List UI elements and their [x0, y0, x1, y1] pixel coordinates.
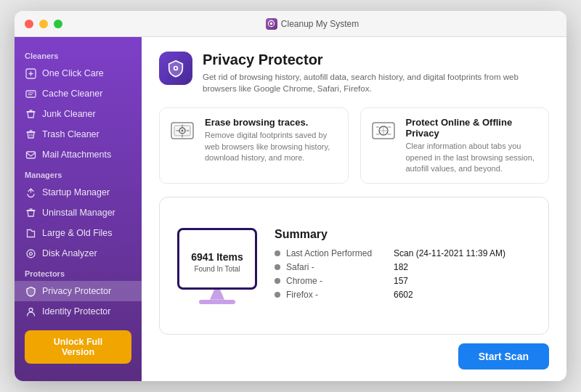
- page-title: Privacy Protector: [203, 52, 537, 68]
- sidebar-section-protectors: Protectors: [15, 264, 142, 281]
- protect-privacy-text: Protect Online & Offline Privacy Clear i…: [406, 117, 540, 174]
- start-scan-row: Start Scan: [159, 343, 549, 369]
- sidebar-label-one-click-care: One Click Care: [42, 68, 104, 78]
- sidebar-item-junk-cleaner[interactable]: Junk Cleaner: [15, 104, 142, 124]
- protect-privacy-icon: [370, 117, 397, 144]
- mail-attachments-icon: [25, 149, 36, 160]
- summary-label-safari: Safari -: [286, 262, 388, 272]
- sidebar-item-identity-protector[interactable]: Identity Protector: [15, 301, 142, 322]
- monitor-graphic: 6941 Items Found In Total: [177, 228, 257, 304]
- sidebar-label-uninstall-manager: Uninstall Manager: [42, 208, 115, 218]
- summary-value-safari: 182: [394, 262, 408, 272]
- sidebar-label-identity-protector: Identity Protector: [42, 306, 111, 317]
- sidebar-label-large-old-files: Large & Old Files: [42, 228, 113, 238]
- junk-cleaner-icon: [25, 108, 36, 120]
- erase-traces-description: Remove digital footprints saved by web b…: [205, 130, 339, 163]
- svg-point-1: [270, 23, 272, 25]
- summary-dot-safari: [275, 264, 280, 270]
- feature-card-protect-privacy: Protect Online & Offline Privacy Clear i…: [360, 107, 550, 184]
- startup-manager-icon: [25, 187, 36, 198]
- sidebar-label-trash-cleaner: Trash Cleaner: [42, 129, 99, 139]
- sidebar: Cleaners One Click Care Cache Cleaner Ju…: [15, 37, 142, 381]
- erase-traces-title: Erase browsing traces.: [205, 117, 339, 128]
- summary-dot-last-action: [275, 250, 280, 256]
- sidebar-item-cache-cleaner[interactable]: Cache Cleaner: [15, 83, 142, 104]
- one-click-care-icon: [25, 68, 36, 79]
- sidebar-label-junk-cleaner: Junk Cleaner: [42, 109, 96, 119]
- svg-point-9: [175, 68, 177, 70]
- page-header: Privacy Protector Get rid of browsing hi…: [159, 52, 549, 94]
- summary-dot-firefox: [275, 292, 280, 298]
- erase-traces-icon: [168, 117, 196, 144]
- sidebar-item-mail-attachments[interactable]: Mail Attachments: [15, 144, 142, 165]
- summary-value-last-action: Scan (24-11-2021 11:39 AM): [394, 248, 505, 258]
- title-bar: Cleanup My System: [15, 11, 566, 37]
- summary-dot-chrome: [275, 278, 280, 284]
- summary-row-firefox: Firefox - 6602: [275, 290, 531, 300]
- protect-privacy-description: Clear information about tabs you opened …: [406, 141, 540, 174]
- summary-label-chrome: Chrome -: [286, 276, 388, 286]
- sidebar-item-large-old-files[interactable]: Large & Old Files: [15, 223, 142, 243]
- summary-value-firefox: 6602: [394, 290, 413, 300]
- summary-row-chrome: Chrome - 157: [275, 276, 531, 286]
- large-old-files-icon: [25, 227, 36, 239]
- svg-point-7: [29, 308, 33, 311]
- sidebar-label-disk-analyzer: Disk Analyzer: [42, 248, 97, 258]
- start-scan-button[interactable]: Start Scan: [458, 343, 549, 369]
- privacy-protector-icon: [25, 285, 36, 297]
- minimize-button[interactable]: [39, 20, 48, 28]
- page-description: Get rid of browsing history, autofill da…: [203, 71, 537, 94]
- svg-point-13: [182, 130, 184, 132]
- maximize-button[interactable]: [54, 20, 62, 28]
- summary-title: Summary: [275, 228, 531, 241]
- feature-cards: Erase browsing traces. Remove digital fo…: [159, 107, 549, 184]
- sidebar-item-trash-cleaner[interactable]: Trash Cleaner: [15, 124, 142, 144]
- sidebar-item-privacy-protector[interactable]: Privacy Protector: [15, 281, 142, 301]
- sidebar-item-one-click-care[interactable]: One Click Care: [15, 63, 142, 83]
- summary-box: 6941 Items Found In Total Summary Last A…: [159, 197, 549, 335]
- sidebar-item-uninstall-manager[interactable]: Uninstall Manager: [15, 203, 142, 223]
- sidebar-label-mail-attachments: Mail Attachments: [42, 150, 111, 160]
- items-count: 6941 Items: [191, 245, 243, 264]
- privacy-protector-header-icon: [159, 52, 192, 85]
- svg-rect-4: [26, 152, 35, 158]
- erase-traces-text: Erase browsing traces. Remove digital fo…: [205, 117, 339, 163]
- summary-label-firefox: Firefox -: [286, 290, 388, 300]
- page-header-text: Privacy Protector Get rid of browsing hi…: [203, 52, 537, 94]
- monitor-stand: [210, 290, 224, 300]
- disk-analyzer-icon: [25, 248, 36, 259]
- trash-cleaner-icon: [25, 128, 36, 140]
- monitor-screen: 6941 Items Found In Total: [177, 228, 257, 290]
- summary-row-last-action: Last Action Performed Scan (24-11-2021 1…: [275, 248, 531, 258]
- uninstall-manager-icon: [25, 207, 36, 219]
- svg-rect-3: [26, 91, 36, 97]
- svg-point-6: [29, 252, 32, 255]
- close-button[interactable]: [25, 20, 33, 28]
- summary-info: Summary Last Action Performed Scan (24-1…: [275, 228, 531, 303]
- cache-cleaner-icon: [25, 88, 36, 99]
- summary-label-last-action: Last Action Performed: [286, 248, 388, 258]
- identity-protector-icon: [25, 306, 36, 317]
- sidebar-item-disk-analyzer[interactable]: Disk Analyzer: [15, 243, 142, 264]
- main-area: Privacy Protector Get rid of browsing hi…: [142, 37, 566, 381]
- window-title: Cleanup My System: [281, 19, 359, 29]
- sidebar-item-startup-manager[interactable]: Startup Manager: [15, 182, 142, 203]
- monitor-base: [199, 300, 235, 304]
- main-content: Cleaners One Click Care Cache Cleaner Ju…: [15, 37, 566, 381]
- sidebar-bottom: Unlock Full Version: [15, 322, 142, 372]
- app-icon: [266, 18, 277, 30]
- sidebar-label-startup-manager: Startup Manager: [42, 187, 110, 197]
- app-window: Cleanup My System Cleaners One Click Car…: [15, 11, 566, 381]
- unlock-full-version-button[interactable]: Unlock Full Version: [25, 330, 131, 364]
- sidebar-section-cleaners: Cleaners: [15, 46, 142, 63]
- sidebar-label-cache-cleaner: Cache Cleaner: [42, 89, 102, 99]
- summary-row-safari: Safari - 182: [275, 262, 531, 272]
- sidebar-label-privacy-protector: Privacy Protector: [42, 286, 111, 296]
- sidebar-section-managers: Managers: [15, 165, 142, 182]
- summary-value-chrome: 157: [394, 276, 408, 286]
- svg-point-5: [27, 250, 35, 258]
- window-title-area: Cleanup My System: [68, 18, 556, 30]
- found-label: Found In Total: [194, 265, 240, 273]
- protect-privacy-title: Protect Online & Offline Privacy: [406, 117, 540, 139]
- feature-card-erase-traces: Erase browsing traces. Remove digital fo…: [159, 107, 349, 184]
